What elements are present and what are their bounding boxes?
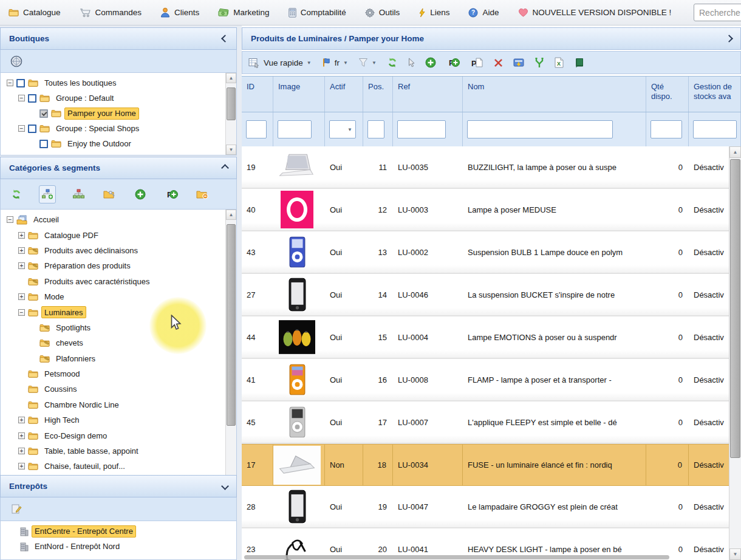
scrollbar-thumb[interactable] (227, 87, 236, 120)
add-button[interactable] (132, 185, 149, 203)
table-row-product-45[interactable]: 45 Oui 17 LU-0007 L'applique FLEEPY est … (242, 401, 741, 444)
vertical-scrollbar[interactable]: ▲ ▼ (729, 146, 741, 560)
tree-item-spotlights[interactable]: Spotlights (1, 320, 236, 335)
tree-item-plafonniers[interactable]: Plafonniers (1, 351, 236, 366)
checkbox[interactable] (39, 109, 48, 118)
collapse-left-icon[interactable] (221, 35, 229, 43)
filter-image-input[interactable] (278, 120, 312, 138)
list-item-entnord-entrepot-nord[interactable]: EntNord - Entrepôt Nord (1, 539, 236, 554)
table-row-product-40[interactable]: 40 Oui 12 LU-0003 Lampe à poser MEDUSE 0… (242, 189, 741, 231)
import-button[interactable] (513, 57, 524, 68)
table-row-product-43[interactable]: 43 Oui 13 LU-0002 Suspension BULB 1 Lamp… (242, 231, 741, 274)
pencil-doc-button[interactable] (8, 500, 25, 518)
table-row-product-17[interactable]: 17 Non 18 LU-0034 FUSE - un luminaire él… (242, 444, 741, 486)
table-row-product-44[interactable]: 44 Oui 15 LU-0004 Lampe EMOTIONS à poser… (242, 316, 741, 359)
column-header-actif[interactable]: Actif (325, 77, 363, 112)
tree-item-preparation-des-produits[interactable]: + Préparation des produits (1, 258, 236, 273)
tree-item-mode[interactable]: + Mode (1, 289, 236, 304)
tree-item-catalogue-pdf[interactable]: + Catalogue PDF (1, 227, 236, 242)
collapse-tree-icon[interactable]: − (7, 216, 13, 223)
column-header-image[interactable]: Image (273, 77, 325, 112)
vertical-scrollbar[interactable]: ▲ ▼ (225, 73, 236, 155)
collapse-tree-icon[interactable]: − (18, 309, 25, 316)
table-row-product-27[interactable]: 27 Oui 14 LU-0046 La suspension BUCKET s… (242, 274, 741, 316)
column-header-gestion[interactable]: Gestion de stocks ava (689, 77, 741, 112)
expand-tree-icon[interactable]: + (18, 417, 25, 423)
scrollbar-thumb[interactable] (730, 159, 740, 458)
dropdown-arrow-icon[interactable]: ▼ (372, 60, 377, 66)
add-product-button[interactable]: P (446, 57, 460, 68)
menu-item-commandes[interactable]: Commandes (80, 8, 142, 18)
funnel-button[interactable]: ▼ (358, 58, 377, 67)
delete-button[interactable] (494, 58, 503, 67)
menu-item-catalogue[interactable]: Catalogue (9, 8, 61, 17)
flag-fr-button[interactable]: fr ▼ (322, 58, 348, 67)
menu-item-liens[interactable]: Liens (418, 8, 449, 18)
filter-gestion-input[interactable] (693, 120, 737, 138)
add-product-button[interactable]: P (163, 185, 180, 203)
scroll-down-icon[interactable]: ▼ (729, 548, 741, 560)
menu-item-nouvelle-version-disponible[interactable]: NOUVELLE VERSION DISPONIBLE ! (518, 8, 672, 17)
collapse-down-icon[interactable] (221, 482, 229, 490)
column-header-ref[interactable]: Ref (393, 77, 463, 112)
expand-tree-icon[interactable]: + (18, 448, 25, 454)
panel-header-categories[interactable]: Catégories & segments (0, 157, 237, 179)
horizontal-scrollbar-thumb[interactable] (244, 555, 669, 559)
scroll-up-icon[interactable]: ▲ (226, 210, 236, 220)
checkbox[interactable] (28, 94, 36, 103)
collapse-tree-icon[interactable]: − (18, 95, 25, 101)
tree-item-accueil[interactable]: − Accueil (1, 212, 236, 227)
filter-ref-input[interactable] (397, 120, 446, 138)
menu-item-outils[interactable]: Outils (365, 8, 400, 18)
table-row-product-19[interactable]: 19 Oui 11 LU-0035 BUZZILIGHT, la lampe à… (242, 146, 741, 189)
menu-item-comptabilite[interactable]: Comptabilité (289, 8, 346, 18)
filter-pos-input[interactable] (367, 120, 384, 138)
scroll-up-icon[interactable]: ▲ (226, 73, 236, 83)
add-button[interactable] (425, 57, 436, 68)
pointer-button[interactable] (408, 58, 415, 68)
checkbox[interactable] (16, 79, 25, 87)
column-header-id[interactable]: ID (242, 77, 273, 112)
expand-tree-icon[interactable]: + (18, 293, 25, 300)
tree-item-coussins[interactable]: Coussins (1, 381, 236, 397)
menu-item-clients[interactable]: Clients (160, 7, 199, 18)
tree-item-table-table-basse-appoint[interactable]: + Table, table basse, appoint (1, 443, 236, 459)
folder-key-button[interactable] (101, 185, 118, 203)
filter-qte-input[interactable] (651, 120, 682, 138)
column-header-pos[interactable]: Pos. (363, 77, 393, 112)
tree-item-produits-avec-caracteristiques[interactable]: Produits avec caractéristiques (1, 274, 236, 289)
menu-item-aide[interactable]: ? Aide (468, 8, 499, 18)
filter-nom-input[interactable] (467, 120, 613, 138)
tree-item-high-tech[interactable]: + High Tech (1, 412, 236, 428)
expand-tree-icon[interactable]: + (18, 432, 25, 439)
menu-item-marketing[interactable]: Marketing (218, 8, 269, 17)
quickview-button[interactable]: Vue rapide ▼ (248, 58, 312, 68)
filter-id-input[interactable] (246, 120, 267, 138)
excel-export-button[interactable]: X (555, 57, 564, 68)
dropdown-arrow-icon[interactable]: ▼ (343, 60, 348, 66)
collapse-tree-icon[interactable]: − (7, 80, 13, 86)
archive-button[interactable] (574, 58, 584, 68)
duplicate-product-button[interactable]: P (470, 57, 483, 68)
panel-header-boutiques[interactable]: Boutiques (0, 27, 237, 50)
table-row-product-41[interactable]: 41 Oui 16 LU-0008 FLAMP - lampe à poser … (242, 359, 741, 401)
column-header-qte[interactable]: Qté dispo. (646, 77, 689, 112)
globe-button[interactable] (8, 52, 25, 70)
tree-item-eco-design-demo[interactable]: + Eco-Design demo (1, 428, 236, 443)
dropdown-arrow-icon[interactable]: ▼ (307, 60, 312, 66)
tree-item-petsmood[interactable]: Petsmood (1, 366, 236, 381)
refresh-button[interactable] (8, 185, 25, 203)
scrollbar-thumb[interactable] (227, 224, 236, 426)
filter-actif-select[interactable]: ▼ (329, 120, 356, 138)
tree-item-pamper-your-home[interactable]: Pamper your Home (1, 106, 236, 121)
collapse-right-icon[interactable] (725, 35, 733, 43)
tree-item-chaise-fauteuil-pouf[interactable]: + Chaise, fauteuil, pouf... (1, 459, 236, 474)
tree-item-chevets[interactable]: chevets (1, 335, 236, 350)
tree-item-groupe-special-shops[interactable]: − Groupe : Special Shops (1, 121, 236, 136)
orgchart-add-button[interactable] (39, 185, 56, 203)
collapse-tree-icon[interactable]: − (18, 125, 25, 132)
checkbox[interactable] (28, 125, 36, 133)
tree-item-groupe-default[interactable]: − Groupe : Default (1, 90, 236, 106)
checkbox[interactable] (39, 140, 48, 148)
list-item-entcentre-entrepot-centre[interactable]: EntCentre - Entrepôt Centre (1, 524, 236, 539)
